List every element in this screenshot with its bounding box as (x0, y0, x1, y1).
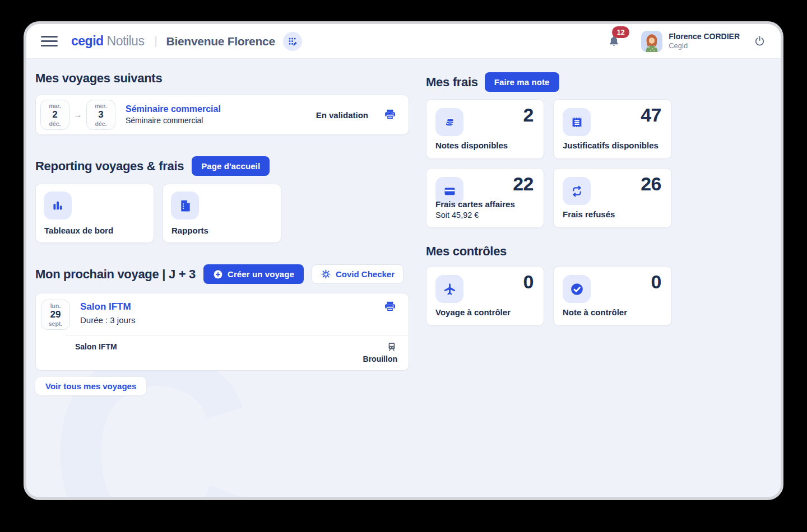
user-name: Florence CORDIER (669, 32, 740, 42)
print-button[interactable] (383, 108, 397, 122)
voyages-suivants-heading: Mes voyages suivants (35, 71, 409, 86)
tableaux-de-bord-label: Tableaux de bord (44, 226, 113, 235)
frais-cartes-label-main: Frais cartes affaires (435, 199, 515, 209)
logout-button[interactable] (753, 35, 766, 48)
arrow-right-icon: → (73, 110, 82, 120)
top-header: cegid Notilus | Bienvenue Florence (26, 24, 781, 59)
start-day: 2 (52, 109, 57, 120)
repeat-arrows-icon (569, 184, 585, 199)
start-weekday: mar. (49, 102, 61, 109)
frais-cartes-value: 22 (513, 173, 534, 195)
train-icon (386, 341, 397, 352)
covid-checker-label: Covid Checker (336, 269, 395, 279)
salon-duration: Durée : 3 jours (80, 315, 135, 325)
plus-circle-icon (213, 269, 223, 279)
salon-card-bottom: Salon IFTM Brouillon (36, 335, 409, 370)
frais-refuses-card[interactable]: 26 Frais refusés (553, 168, 672, 228)
power-icon (753, 35, 766, 48)
note-controler-label: Note à contrôler (563, 307, 627, 318)
rapports-label: Rapports (171, 226, 208, 235)
salon-leg-label: Salon IFTM (75, 341, 117, 363)
end-month: déc. (95, 120, 106, 127)
notifications-button[interactable]: 12 (607, 31, 621, 52)
salon-date-chip: lun. 29 sept. (41, 300, 70, 330)
brand-logo[interactable]: cegid Notilus (71, 34, 144, 49)
voyage-controler-value: 0 (523, 271, 534, 293)
page-accueil-button[interactable]: Page d'accueil (192, 156, 270, 176)
trip-titles: Séminaire commercial Séminaire commercia… (126, 104, 221, 126)
justificatifs-card[interactable]: 47 Justificatifs disponibles (553, 99, 672, 159)
mes-controles-heading: Mes contrôles (426, 244, 672, 259)
end-weekday: mer. (95, 102, 107, 109)
note-a-controler-card[interactable]: 0 Note à contrôler (553, 266, 672, 326)
user-menu[interactable]: Florence CORDIER Cegid (641, 31, 740, 52)
apps-edit-icon[interactable] (283, 32, 302, 51)
printer-icon (383, 108, 397, 122)
salon-print-button[interactable] (383, 300, 397, 314)
trip-start-date-chip: mar. 2 déc. (40, 100, 69, 130)
creer-voyage-button[interactable]: Créer un voyage (203, 264, 304, 284)
justificatifs-label: Justificatifs disponibles (563, 141, 658, 151)
end-day: 3 (98, 109, 103, 120)
check-icon-tile (563, 275, 591, 303)
salon-weekday: lun. (50, 302, 61, 309)
faire-ma-note-button[interactable]: Faire ma note (485, 72, 559, 92)
trip-card-salon-iftm[interactable]: lun. 29 sept. Salon IFTM Durée : 3 jours (35, 293, 409, 371)
coins-icon-tile (435, 108, 463, 136)
salon-title[interactable]: Salon IFTM (80, 301, 135, 313)
frais-cartes-card[interactable]: 22 Frais cartes affaires Soit 45,92 € (426, 168, 544, 228)
notification-count-badge: 12 (612, 26, 629, 38)
brand-notilus: Notilus (107, 34, 145, 49)
note-controler-value: 0 (651, 271, 661, 293)
coins-icon (442, 115, 457, 130)
mes-frais-heading-row: Mes frais Faire ma note (426, 72, 672, 92)
trip-card-seminaire[interactable]: mar. 2 déc. → mer. 3 déc. Séminaire comm… (35, 95, 409, 135)
notes-disponibles-card[interactable]: 2 Notes disponibles (426, 99, 544, 159)
start-month: déc. (49, 120, 61, 127)
trip-title[interactable]: Séminaire commercial (126, 104, 221, 115)
frais-cartes-sublabel: Soit 45,92 € (435, 210, 515, 220)
salon-card-top: lun. 29 sept. Salon IFTM Durée : 3 jours (36, 293, 409, 335)
voyage-a-controler-card[interactable]: 0 Voyage à contrôler (426, 266, 544, 326)
apps-grid-pencil-icon (287, 36, 298, 47)
trip-end-date-chip: mer. 3 déc. (86, 100, 115, 130)
salon-right-block: Brouillon (363, 341, 397, 363)
header-separator: | (154, 35, 157, 48)
header-right-cluster: 12 Florenc (607, 31, 766, 52)
hamburger-menu-icon[interactable] (41, 34, 58, 49)
creer-voyage-label: Créer un voyage (228, 269, 294, 279)
printer-icon (383, 300, 397, 314)
tableaux-de-bord-card[interactable]: Tableaux de bord (35, 184, 154, 243)
virus-icon (321, 269, 331, 279)
report-document-icon (178, 198, 192, 213)
receipt-icon (569, 115, 585, 130)
trip-status: En validation (316, 110, 368, 120)
controles-cards-grid: 0 Voyage à contrôler 0 Note à contrôler (426, 266, 672, 326)
avatar (641, 31, 662, 52)
frais-refuses-label: Frais refusés (563, 209, 615, 220)
user-info: Florence CORDIER Cegid (669, 32, 740, 50)
salon-month: sept. (49, 320, 63, 327)
reporting-cards: Tableaux de bord Rapports (35, 184, 409, 243)
repeat-icon-tile (563, 177, 591, 205)
bar-chart-icon-tile (44, 192, 72, 220)
trip-subtitle: Séminaire commercial (126, 115, 221, 126)
frais-cartes-label: Frais cartes affaires Soit 45,92 € (435, 199, 515, 220)
mes-frais-heading: Mes frais (426, 75, 478, 90)
plane-icon-tile (435, 275, 463, 303)
voir-tous-voyages-button[interactable]: Voir tous mes voyages (35, 377, 146, 395)
main-content: C Mes voyages suivants mar. 2 déc. → mer… (26, 59, 781, 497)
app-window: cegid Notilus | Bienvenue Florence (24, 21, 783, 500)
check-circle-icon (569, 282, 585, 297)
salon-day: 29 (50, 309, 61, 320)
reporting-heading-row: Reporting voyages & frais Page d'accueil (35, 156, 409, 176)
frais-refuses-value: 26 (641, 173, 661, 195)
frais-cards-grid: 2 Notes disponibles 47 (426, 99, 672, 228)
receipt-icon-tile (563, 108, 591, 136)
user-company: Cegid (669, 41, 740, 50)
right-column: Mes frais Faire ma note 2 Notes disponib… (426, 71, 672, 497)
reporting-heading: Reporting voyages & frais (35, 159, 184, 174)
covid-checker-button[interactable]: Covid Checker (312, 264, 404, 284)
rapports-card[interactable]: Rapports (163, 184, 281, 243)
prochain-voyage-heading-row: Mon prochain voyage | J + 3 Créer un voy… (35, 264, 409, 284)
